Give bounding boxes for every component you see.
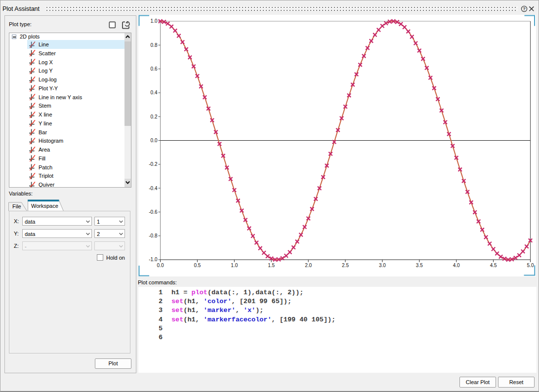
svg-text:0.6: 0.6 xyxy=(151,66,158,72)
svg-text:-0.4: -0.4 xyxy=(149,186,158,191)
svg-text:0.0: 0.0 xyxy=(157,263,164,268)
svg-text:-1.0: -1.0 xyxy=(149,257,158,262)
svg-text:0.5: 0.5 xyxy=(194,263,201,268)
svg-text:2.5: 2.5 xyxy=(342,263,349,268)
svg-text:0.4: 0.4 xyxy=(151,90,158,95)
svg-text:2.0: 2.0 xyxy=(305,263,312,268)
svg-text:3.5: 3.5 xyxy=(416,263,423,268)
svg-text:-0.8: -0.8 xyxy=(149,233,158,238)
svg-text:-0.6: -0.6 xyxy=(149,209,158,215)
svg-text:4.0: 4.0 xyxy=(453,263,460,268)
svg-text:0.8: 0.8 xyxy=(151,42,158,48)
svg-text:5.0: 5.0 xyxy=(527,263,534,268)
svg-text:1.0: 1.0 xyxy=(151,18,158,24)
svg-text:1.5: 1.5 xyxy=(268,263,275,268)
svg-text:-0.2: -0.2 xyxy=(149,161,158,167)
svg-text:0.0: 0.0 xyxy=(151,138,158,143)
svg-text:0.2: 0.2 xyxy=(151,114,158,119)
svg-text:1.0: 1.0 xyxy=(231,263,238,268)
svg-text:4.5: 4.5 xyxy=(490,263,497,268)
svg-text:3.0: 3.0 xyxy=(379,263,386,268)
